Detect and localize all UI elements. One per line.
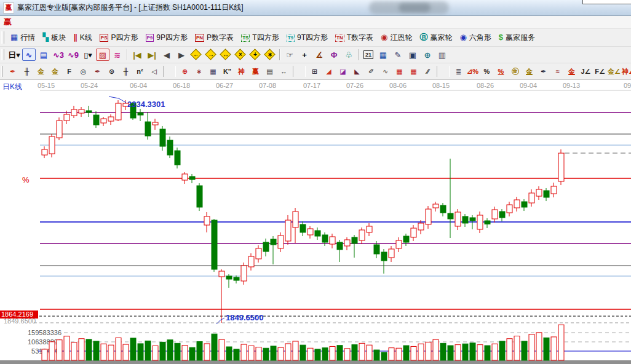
gann-shape-button[interactable]: Φ xyxy=(327,49,341,61)
menu-item[interactable] xyxy=(76,22,86,23)
last-page-button[interactable]: ▶| xyxy=(145,49,159,61)
candle-style-button[interactable]: ▯▾ xyxy=(81,49,95,61)
winner-wheel-button[interactable]: Ⓑ 赢家轮 xyxy=(416,31,456,44)
volume-profile-button[interactable]: ≋ xyxy=(111,49,124,61)
trendline-brush-button[interactable]: ✒ xyxy=(6,65,19,77)
calculator-button[interactable]: ▦ xyxy=(376,49,390,61)
menu-item[interactable] xyxy=(96,22,106,23)
gold-grid-a-button[interactable]: 金 xyxy=(34,65,47,77)
p9-square-button[interactable]: P9 9P四方形 xyxy=(142,31,191,44)
t-percent-button[interactable]: ⊿% xyxy=(466,65,479,77)
hexagon-button[interactable]: ◉ 六角形 xyxy=(456,31,494,44)
menu-item[interactable] xyxy=(86,22,96,23)
gann-wheel-button[interactable]: ◉ 江恩轮 xyxy=(377,31,416,44)
gold-lines-button[interactable]: 金 xyxy=(523,65,536,77)
hand-tool-button[interactable]: ☞ xyxy=(283,49,296,61)
spiral-button[interactable]: ◎ xyxy=(77,65,90,77)
calendar-button[interactable]: 21 xyxy=(362,49,375,61)
toolbar-grip[interactable] xyxy=(1,66,3,77)
ying-button[interactable]: 赢 xyxy=(249,65,262,77)
j-angle-button[interactable]: J∠ xyxy=(579,65,592,77)
fan-dense-button[interactable]: ◣ xyxy=(351,65,363,77)
fan-box-button[interactable]: ◪ xyxy=(336,65,349,77)
shift-right-button[interactable]: → xyxy=(204,49,218,61)
grid-red-a-button[interactable]: ▦ xyxy=(393,65,406,77)
p-square-button[interactable]: PS P四方形 xyxy=(96,31,142,44)
expand-all-button[interactable]: ∗ xyxy=(263,49,277,61)
t-number-button[interactable]: TN T数字表 xyxy=(331,31,377,44)
t9-square-button[interactable]: T9 9T四方形 xyxy=(283,31,331,44)
slant-lines-button[interactable]: ∕∕ xyxy=(421,65,434,77)
menu-item[interactable] xyxy=(27,22,37,23)
menu-item[interactable] xyxy=(106,22,116,23)
gold-grid-b-button[interactable]: 金 xyxy=(49,65,62,77)
menu-item[interactable] xyxy=(66,22,76,23)
brush2-button[interactable]: ✒ xyxy=(91,65,104,77)
toolbar-icon: PS xyxy=(100,34,109,42)
shen-angle-button[interactable]: 神∠ xyxy=(622,65,631,77)
first-page-button[interactable]: |◀ xyxy=(130,49,144,61)
system-button[interactable]: ▥ xyxy=(435,49,449,61)
gold-red-button[interactable]: 金 xyxy=(565,65,578,77)
shen-button[interactable]: 神 xyxy=(235,65,248,77)
menu-item[interactable] xyxy=(57,22,66,23)
notes-button[interactable]: ✎ xyxy=(391,49,405,61)
pattern-button[interactable]: ▨ xyxy=(96,49,109,61)
candle-brush-button[interactable]: ✒ xyxy=(537,65,550,77)
gold-circle-button[interactable]: 金 xyxy=(509,65,522,77)
wave-9-button[interactable]: ∿9 xyxy=(66,49,80,61)
f-angle-button[interactable]: F∠ xyxy=(593,65,606,77)
save-button[interactable]: ▣ xyxy=(406,49,419,61)
shift-left-button[interactable]: ← xyxy=(189,49,203,61)
box-measure-button[interactable]: ⊞ xyxy=(308,65,321,77)
k-quote-button[interactable]: K" xyxy=(221,65,234,77)
angle-tool-button[interactable]: ∡ xyxy=(312,49,326,61)
grid-123-button[interactable]: ▤ xyxy=(263,65,276,77)
wave-dots-button[interactable]: ∿ xyxy=(379,65,392,77)
net-grid-button[interactable]: ▦ xyxy=(207,65,220,77)
cloud-tool-button[interactable]: ♧ xyxy=(342,49,355,61)
sectors-button[interactable]: ▚ 板块 xyxy=(39,31,69,44)
menu-item[interactable] xyxy=(47,22,57,23)
time-cycle-button[interactable]: ⊙ xyxy=(105,65,118,77)
compress-button[interactable]: × xyxy=(234,49,247,61)
toolbar-icon: ∗ xyxy=(268,52,272,58)
crosshair-button[interactable]: + xyxy=(298,49,311,61)
trend-pen-button[interactable]: ✐ xyxy=(365,65,378,77)
p-number-button[interactable]: PN P数字表 xyxy=(191,31,237,44)
detail-list-button[interactable]: ≣ xyxy=(452,65,465,77)
toolbar-grip[interactable] xyxy=(1,49,4,61)
bottom-scroll-strip[interactable] xyxy=(0,360,631,364)
toolbar-grip[interactable] xyxy=(1,31,4,44)
menu-item[interactable] xyxy=(37,22,47,23)
tick-comb-button[interactable]: ╫ xyxy=(20,65,33,77)
period-day-button[interactable]: 日▾ xyxy=(7,49,21,61)
expand-button[interactable]: + xyxy=(248,49,262,61)
f-comb-button[interactable]: F xyxy=(63,65,76,77)
menu-item[interactable] xyxy=(17,22,27,23)
zoom-horizontal-button[interactable]: ↔ xyxy=(219,49,232,61)
quotes-button[interactable]: ▦ 行情 xyxy=(7,31,39,44)
fan-red-button[interactable]: ◢ xyxy=(322,65,335,77)
toolbar-icon: n² xyxy=(137,68,143,75)
n2-button[interactable]: n² xyxy=(133,65,146,77)
t-square-button[interactable]: TS T四方形 xyxy=(237,31,283,44)
overlay-curve-button[interactable]: ∿ xyxy=(22,49,36,61)
wave-3-button[interactable]: ∿3 xyxy=(52,49,65,61)
percent-button[interactable]: % xyxy=(480,65,493,77)
circle-cross-button[interactable]: ⊕ xyxy=(178,65,191,77)
next-page-button[interactable]: ▶ xyxy=(175,49,188,61)
web-button[interactable]: ⊕ xyxy=(421,49,434,61)
percent-lines-button[interactable]: % xyxy=(494,65,507,77)
f10-info-button[interactable]: ▤ xyxy=(37,49,50,61)
winner-service-button[interactable]: $ 赢家服务 xyxy=(495,31,539,44)
prev-page-button[interactable]: ◀ xyxy=(160,49,173,61)
web-star-button[interactable]: ∗ xyxy=(192,65,205,77)
wave-channel-button[interactable]: ≈ xyxy=(551,65,564,77)
grid-red-b-button[interactable]: ▦ xyxy=(407,65,420,77)
gold-angle-button[interactable]: 金∠ xyxy=(608,65,621,77)
span-arrow-button[interactable]: ↔ xyxy=(277,65,290,77)
mirror-angle-button[interactable]: ◁ xyxy=(148,65,161,77)
comb2-button[interactable]: ╫ xyxy=(119,65,132,77)
kline-button[interactable]: ∥ K线 xyxy=(69,31,96,44)
